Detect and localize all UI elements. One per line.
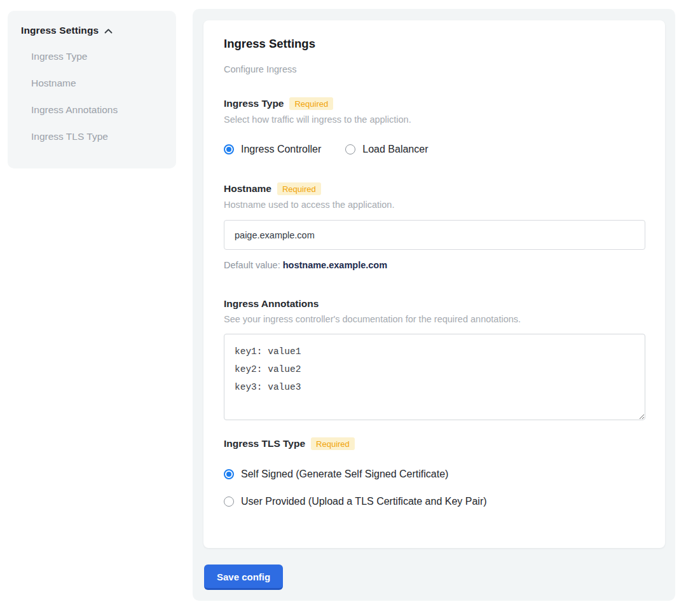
- radio-selected-icon[interactable]: [224, 144, 234, 154]
- ingress-annotations-label: Ingress Annotations: [224, 298, 319, 310]
- radio-unselected-icon[interactable]: [345, 144, 355, 154]
- required-badge: Required: [277, 182, 321, 195]
- hostname-label: Hostname: [224, 183, 271, 195]
- chevron-up-icon: [104, 27, 113, 35]
- hostname-description: Hostname used to access the application.: [224, 200, 645, 210]
- save-config-button[interactable]: Save config: [204, 565, 283, 590]
- ingress-tls-radio-group: Self Signed (Generate Self Signed Certif…: [224, 469, 645, 507]
- ingress-type-section: Ingress Type Required Select how traffic…: [224, 97, 645, 155]
- radio-label: Load Balancer: [362, 144, 428, 155]
- radio-selected-icon[interactable]: [224, 469, 234, 479]
- hostname-input[interactable]: [224, 220, 645, 250]
- sidebar-section-toggle[interactable]: Ingress Settings: [20, 25, 163, 36]
- page-title: Ingress Settings: [224, 37, 645, 51]
- page-subtitle: Configure Ingress: [224, 64, 645, 74]
- settings-panel: Ingress Settings Configure Ingress Ingre…: [193, 9, 675, 601]
- sidebar-section-title: Ingress Settings: [21, 25, 99, 36]
- sidebar-item-ingress-type[interactable]: Ingress Type: [31, 43, 163, 70]
- sidebar: Ingress Settings Ingress Type Hostname I…: [8, 11, 176, 168]
- ingress-annotations-textarea[interactable]: key1: value1 key2: value2 key3: value3: [224, 334, 645, 420]
- ingress-type-description: Select how traffic will ingress to the a…: [224, 114, 645, 125]
- radio-option-self-signed[interactable]: Self Signed (Generate Self Signed Certif…: [224, 469, 645, 480]
- ingress-tls-type-section: Ingress TLS Type Required Self Signed (G…: [224, 437, 645, 507]
- ingress-settings-card: Ingress Settings Configure Ingress Ingre…: [203, 20, 665, 548]
- radio-label: Ingress Controller: [241, 144, 321, 155]
- hostname-section: Hostname Required Hostname used to acces…: [224, 182, 645, 270]
- radio-label: Self Signed (Generate Self Signed Certif…: [241, 469, 448, 480]
- radio-unselected-icon[interactable]: [224, 496, 234, 507]
- hostname-default-prefix: Default value:: [224, 260, 283, 270]
- ingress-type-radio-group: Ingress Controller Load Balancer: [224, 144, 645, 155]
- ingress-type-label: Ingress Type: [224, 98, 284, 109]
- ingress-annotations-section: Ingress Annotations See your ingress con…: [224, 298, 645, 420]
- radio-option-load-balancer[interactable]: Load Balancer: [345, 144, 428, 155]
- sidebar-item-ingress-tls-type[interactable]: Ingress TLS Type: [31, 123, 163, 150]
- hostname-default-value: hostname.example.com: [283, 260, 387, 270]
- radio-label: User Provided (Upload a TLS Certificate …: [241, 496, 487, 507]
- sidebar-nav-list: Ingress Type Hostname Ingress Annotation…: [20, 43, 163, 150]
- ingress-annotations-description: See your ingress controller's documentat…: [224, 314, 645, 324]
- ingress-tls-type-label: Ingress TLS Type: [224, 438, 305, 449]
- required-badge: Required: [311, 437, 355, 450]
- required-badge: Required: [289, 97, 333, 110]
- page: Ingress Settings Ingress Type Hostname I…: [0, 0, 693, 616]
- radio-option-user-provided[interactable]: User Provided (Upload a TLS Certificate …: [224, 496, 645, 507]
- sidebar-item-ingress-annotations[interactable]: Ingress Annotations: [31, 97, 163, 123]
- hostname-default-line: Default value: hostname.example.com: [224, 260, 645, 270]
- sidebar-item-hostname[interactable]: Hostname: [31, 70, 163, 97]
- radio-option-ingress-controller[interactable]: Ingress Controller: [224, 144, 321, 155]
